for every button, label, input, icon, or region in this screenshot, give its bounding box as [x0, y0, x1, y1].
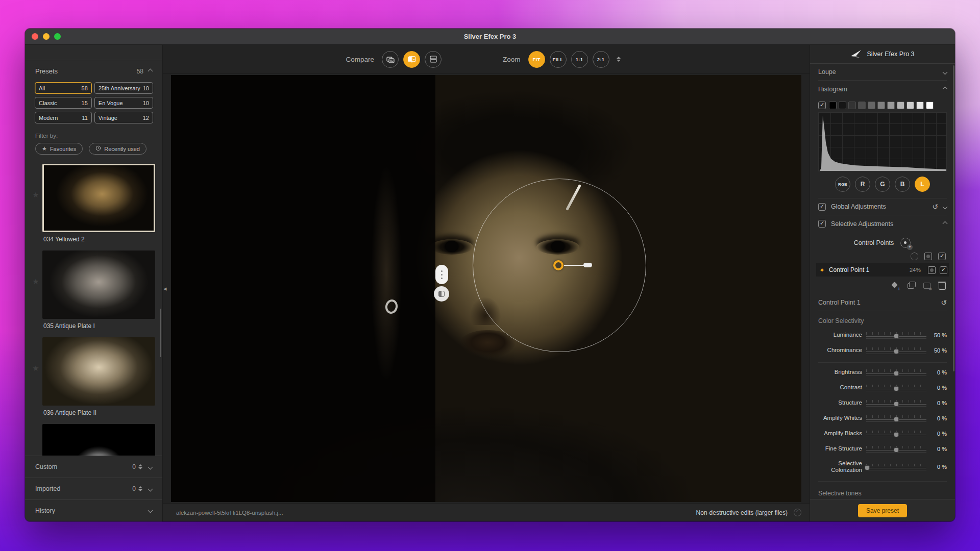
save-preset-button[interactable]: Save preset — [858, 504, 907, 517]
control-point-slider-handle[interactable] — [583, 263, 592, 267]
preset-list-scrollbar[interactable] — [160, 309, 161, 357]
mask-icon[interactable] — [928, 266, 936, 274]
recently-used-filter-button[interactable]: Recently used — [89, 143, 146, 155]
slider-track[interactable] — [866, 430, 926, 437]
chevron-down-icon[interactable] — [943, 204, 948, 209]
zones-checkbox[interactable] — [818, 102, 826, 109]
category-25th-anniversary[interactable]: 25th Anniversary 10 — [94, 82, 153, 94]
global-adjustments-header[interactable]: Global Adjustments ↺ — [818, 198, 947, 215]
preset-item-034[interactable]: ★ 034 Yellowed 2 — [29, 164, 155, 243]
histogram-section-header[interactable]: Histogram — [818, 81, 947, 97]
favourite-star-icon[interactable]: ★ — [29, 251, 42, 330]
count-stepper-icon[interactable] — [138, 486, 142, 491]
channel-l-button[interactable]: L — [915, 177, 930, 192]
compare-side-by-side-button[interactable] — [382, 51, 399, 68]
chevron-down-icon[interactable] — [148, 464, 153, 469]
zone-swatch[interactable] — [887, 102, 895, 109]
collapse-left-panel-icon[interactable]: ◂ — [163, 285, 167, 292]
group-control-points-icon[interactable] — [906, 281, 915, 290]
split-view-drag-handle[interactable] — [435, 265, 448, 284]
slider-thumb[interactable] — [894, 402, 899, 407]
non-destructive-toggle-icon[interactable] — [794, 509, 801, 516]
channel-r-button[interactable]: R — [855, 177, 870, 192]
favourites-filter-button[interactable]: ★ Favourites — [35, 143, 83, 155]
split-view-mode-button[interactable] — [434, 286, 449, 302]
ungroup-control-points-icon[interactable] — [922, 281, 931, 290]
channel-g-button[interactable]: G — [875, 177, 890, 192]
control-point-handle[interactable] — [553, 260, 564, 270]
section-history[interactable]: History — [25, 499, 162, 521]
category-vintage[interactable]: Vintage 12 — [94, 112, 153, 123]
slider-thumb[interactable] — [894, 386, 899, 391]
favourite-star-icon[interactable]: ★ — [29, 164, 42, 243]
zone-swatch[interactable] — [858, 102, 866, 109]
reset-icon[interactable]: ↺ — [932, 203, 938, 210]
zone-swatch[interactable] — [906, 102, 914, 109]
selective-adjustments-header[interactable]: Selective Adjustments — [818, 215, 947, 232]
slider-track[interactable] — [866, 445, 926, 453]
slider-track[interactable] — [866, 332, 926, 339]
zoom-stepper-icon[interactable] — [617, 57, 621, 62]
photo-preview[interactable] — [171, 75, 801, 502]
preset-item-next[interactable]: ★ — [29, 424, 155, 456]
chevron-down-icon[interactable] — [148, 486, 153, 491]
slider-track[interactable] — [866, 399, 926, 407]
preset-list[interactable]: ★ 034 Yellowed 2 ★ 035 Antique Plate I — [25, 161, 162, 456]
category-modern[interactable]: Modern 11 — [35, 112, 92, 123]
zone-swatch[interactable] — [916, 102, 924, 109]
reset-icon[interactable]: ↺ — [941, 299, 947, 306]
zoom-fill-button[interactable]: FILL — [550, 51, 567, 68]
delete-control-point-icon[interactable] — [938, 281, 946, 290]
slider-track[interactable] — [866, 384, 926, 391]
zone-swatch[interactable] — [839, 102, 846, 109]
zoom-fit-button[interactable]: FIT — [528, 51, 545, 68]
selection-circle-icon[interactable] — [911, 253, 918, 260]
slider-thumb[interactable] — [894, 334, 899, 339]
zone-swatch[interactable] — [868, 102, 875, 109]
section-custom[interactable]: Custom 0 — [25, 456, 162, 478]
slider-thumb[interactable] — [894, 417, 899, 422]
preset-item-036[interactable]: ★ 036 Antique Plate II — [29, 337, 155, 417]
slider-thumb[interactable] — [894, 349, 899, 354]
count-stepper-icon[interactable] — [138, 464, 142, 469]
slider-track[interactable] — [866, 415, 926, 422]
add-control-point-icon[interactable]: + — [900, 237, 911, 248]
zoom-1-1-button[interactable]: 1:1 — [571, 51, 588, 68]
slider-thumb[interactable] — [894, 447, 899, 453]
presets-header[interactable]: Presets 58 — [25, 60, 162, 80]
duplicate-control-point-icon[interactable] — [891, 281, 899, 290]
zone-swatch[interactable] — [848, 102, 856, 109]
category-all[interactable]: All 58 — [35, 82, 92, 94]
chevron-up-icon[interactable] — [943, 221, 948, 227]
global-adjustments-checkbox[interactable] — [818, 203, 826, 211]
preset-thumbnail[interactable] — [42, 251, 155, 319]
slider-thumb[interactable] — [894, 432, 899, 437]
zone-swatch[interactable] — [897, 102, 904, 109]
zone-swatch[interactable] — [829, 102, 837, 109]
control-point-checkbox[interactable] — [940, 266, 947, 274]
slider-thumb[interactable] — [865, 465, 870, 470]
channel-b-button[interactable]: B — [895, 177, 910, 192]
window-titlebar[interactable]: Silver Efex Pro 3 — [25, 29, 955, 45]
zoom-2-1-button[interactable]: 2:1 — [593, 51, 609, 68]
compare-stacked-button[interactable] — [425, 51, 442, 68]
preset-thumbnail[interactable] — [42, 424, 155, 456]
preset-item-035[interactable]: ★ 035 Antique Plate I — [29, 251, 155, 330]
zone-swatch[interactable] — [877, 102, 885, 109]
canvas-area[interactable]: ◂ — [163, 74, 810, 503]
control-point-row[interactable]: ✦ Control Point 1 24% — [816, 263, 949, 277]
channel-rgb-button[interactable]: RGB — [835, 177, 850, 192]
zone-swatch[interactable] — [926, 102, 934, 109]
preset-thumbnail[interactable] — [42, 164, 155, 232]
preset-thumbnail[interactable] — [42, 337, 155, 406]
slider-thumb[interactable] — [894, 371, 899, 376]
loupe-section-header[interactable]: Loupe — [818, 64, 947, 81]
chevron-down-icon[interactable] — [943, 69, 948, 74]
chevron-up-icon[interactable] — [148, 69, 153, 74]
chevron-up-icon[interactable] — [943, 87, 948, 92]
chevron-down-icon[interactable] — [148, 508, 153, 513]
slider-track[interactable] — [866, 369, 926, 376]
category-en-vogue[interactable]: En Vogue 10 — [94, 97, 153, 109]
all-control-points-checkbox[interactable] — [938, 253, 946, 260]
slider-track[interactable] — [866, 463, 926, 470]
